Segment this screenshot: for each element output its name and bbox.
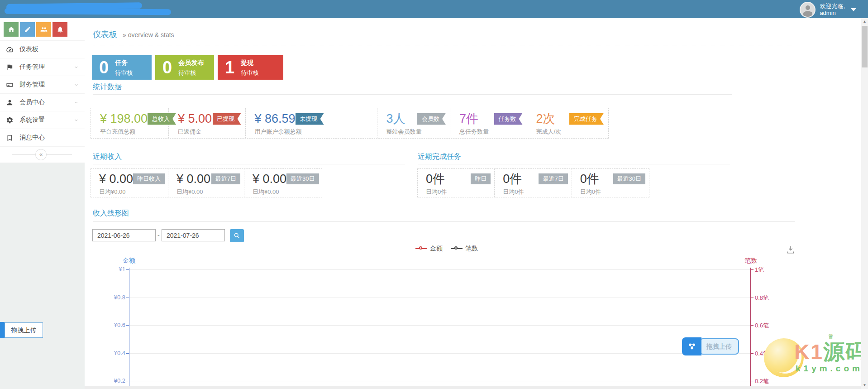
tick-mark — [751, 269, 754, 270]
sidebar-item-finance[interactable]: 财务管理 — [0, 76, 85, 93]
drag-upload-button[interactable]: 拖拽上传 — [699, 338, 739, 355]
stat-value: ¥ 5.00 — [178, 112, 212, 125]
y-axis-tick-label: ¥0.6 — [94, 322, 125, 328]
chevron-down-icon — [74, 65, 79, 70]
legend-marker — [415, 248, 427, 249]
divider — [93, 164, 405, 164]
y-axis-tick-label: ¥1 — [94, 266, 125, 273]
gridline — [129, 381, 750, 381]
sidebar-item-messages[interactable]: 消息中心 — [0, 129, 85, 146]
tick-mark — [751, 325, 754, 326]
income-badge: 最近30日 — [286, 173, 319, 184]
date-range-separator: - — [157, 231, 160, 239]
y-axis-tick-label: ¥0.4 — [94, 350, 125, 356]
user-menu[interactable]: 欢迎光临, admin — [800, 1, 856, 18]
drag-upload-button[interactable]: 拖拽上传 — [5, 322, 43, 338]
netdisk-icon — [682, 337, 701, 355]
recent-tasks-panel: 0件 昨日 日均0件 0件 最近7日 日均0件 0件 最近30日 日均0件 — [417, 168, 649, 197]
sidebar-item-label: 财务管理 — [19, 81, 45, 89]
legend-item-amount[interactable]: 金额 — [415, 245, 443, 253]
horizontal-scrollbar[interactable] — [85, 386, 861, 389]
logo — [5, 2, 176, 17]
income-value: ¥ 0.00 — [253, 172, 286, 186]
sidebar-item-label: 仪表板 — [19, 45, 38, 53]
stat-withdrawn: ¥ 5.00 已提现 已返佣金 — [169, 108, 246, 138]
recent-tasks-title: 近期完成任务 — [418, 152, 461, 162]
stat-subtitle: 总任务数量 — [459, 128, 523, 136]
download-icon — [786, 245, 796, 255]
chevron-down-icon[interactable] — [851, 8, 856, 11]
legend-item-count[interactable]: 笔数 — [451, 245, 478, 253]
users-icon — [40, 26, 48, 33]
notifications-shortcut-button[interactable] — [52, 22, 67, 37]
tasks-badge: 昨日 — [471, 173, 491, 184]
home-shortcut-button[interactable] — [4, 22, 19, 37]
pending-tasks-box[interactable]: 0 任务 待审核 — [92, 55, 152, 80]
tasks-subtitle: 日均0件 — [503, 188, 568, 196]
divider — [93, 221, 795, 222]
sidebar-shortcuts — [0, 18, 85, 40]
y-axis-tick-label: 1笔 — [755, 266, 764, 274]
tasks-value: 0件 — [580, 172, 599, 186]
top-bar: 欢迎光临, admin — [0, 0, 868, 18]
gauge-icon — [6, 46, 14, 53]
gridline — [129, 353, 750, 354]
y-axis-tick-label: 0.2笔 — [755, 377, 769, 385]
user-icon — [6, 99, 14, 106]
tasks-badge: 最近7日 — [539, 173, 568, 184]
income-badge: 最近7日 — [211, 173, 240, 184]
stat-subtitle: 完成人/次 — [536, 128, 604, 136]
tasks-yesterday: 0件 昨日 日均0件 — [418, 169, 495, 197]
breadcrumb: 仪表板 » overview & stats — [93, 29, 174, 40]
box-title: 任务 — [115, 59, 133, 67]
search-icon — [234, 232, 240, 239]
tasks-value: 0件 — [503, 172, 522, 186]
chevron-down-icon — [74, 118, 79, 123]
bell-icon — [57, 26, 64, 33]
stat-badge: 已提现 — [213, 113, 241, 125]
y-axis-tick-label: 0.8笔 — [755, 294, 769, 302]
stat-badge: 总收入 — [148, 113, 176, 125]
scrollbar-thumb[interactable] — [862, 26, 868, 67]
edit-shortcut-button[interactable] — [20, 22, 35, 37]
income-30days: ¥ 0.00 最近30日 日均¥0.00 — [244, 169, 322, 197]
y-axis-tick-label: ¥0.8 — [94, 294, 125, 301]
sidebar-item-dashboard[interactable]: 仪表板 — [0, 40, 85, 58]
date-to-input[interactable] — [162, 229, 225, 241]
divider — [418, 164, 730, 164]
left-y-axis — [129, 268, 129, 389]
tick-mark — [751, 381, 754, 381]
gridline — [129, 269, 750, 270]
watermark-brand: K1源码 — [794, 338, 868, 366]
vertical-scrollbar[interactable]: ▲ ▼ — [861, 18, 868, 389]
sidebar-item-tasks[interactable]: 任务管理 — [0, 58, 85, 76]
sidebar-item-settings[interactable]: 系统设置 — [0, 111, 85, 129]
scroll-down-arrow[interactable]: ▼ — [861, 382, 868, 389]
divider — [93, 45, 795, 45]
stat-value: ¥ 86.59 — [255, 112, 296, 125]
home-icon — [8, 26, 15, 33]
search-button[interactable] — [230, 229, 244, 242]
sidebar-collapse-button[interactable]: « — [35, 149, 47, 160]
box-subtitle: 待审核 — [178, 69, 204, 77]
date-from-input[interactable] — [92, 229, 156, 241]
download-chart-button[interactable] — [786, 245, 796, 255]
income-subtitle: 日均¥0.00 — [176, 188, 240, 196]
tick-mark — [126, 325, 129, 326]
drag-upload-widget[interactable]: 拖拽上传 — [682, 337, 739, 355]
chart-legend: 金额 笔数 — [415, 245, 478, 253]
legend-marker — [451, 248, 463, 249]
avatar[interactable] — [800, 2, 816, 18]
stats-panel: ¥ 198.00 总收入 平台充值总额 ¥ 5.00 已提现 已返佣金 ¥ 86… — [91, 108, 609, 139]
stat-subtitle: 整站会员数量 — [386, 128, 446, 136]
scroll-up-arrow[interactable]: ▲ — [861, 18, 868, 25]
sidebar-item-members[interactable]: 会员中心 — [0, 93, 85, 111]
pending-withdrawals-box[interactable]: 1 提现 待审核 — [218, 55, 283, 80]
income-subtitle: 日均¥0.00 — [99, 188, 164, 196]
welcome-text: 欢迎光临, admin — [820, 3, 845, 16]
watermark-domain: k1ym.com — [796, 364, 863, 374]
drag-upload-widget-left[interactable]: 拖拽上传 — [0, 322, 43, 338]
pending-member-posts-box[interactable]: 0 会员发布 待审核 — [155, 55, 214, 80]
legend-label: 金额 — [430, 245, 443, 253]
members-shortcut-button[interactable] — [36, 22, 51, 37]
